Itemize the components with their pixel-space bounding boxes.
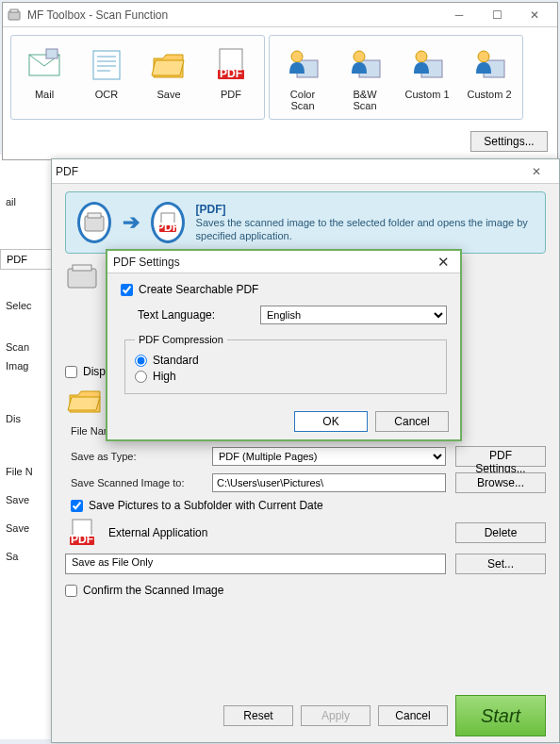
- start-button[interactable]: Start: [455, 695, 546, 736]
- ok-button[interactable]: OK: [294, 411, 368, 432]
- ext-app-label: External Application: [108, 526, 446, 539]
- arrow-icon: ➔: [123, 210, 140, 235]
- folder-icon: [65, 384, 105, 418]
- tool-label: OCR: [95, 89, 118, 100]
- text-language-select[interactable]: English: [260, 306, 447, 324]
- svg-point-17: [416, 51, 427, 62]
- svg-rect-4: [93, 51, 120, 79]
- pdf-app-icon: PDF: [65, 518, 99, 548]
- tool-custom2[interactable]: Custom 2: [462, 45, 517, 111]
- bg-label: Selec: [0, 296, 52, 315]
- bg-label: Save: [0, 490, 52, 509]
- ext-app-field[interactable]: Save as File Only: [65, 554, 446, 574]
- scanner-device-icon: [65, 261, 99, 291]
- minimize-button[interactable]: ─: [440, 4, 478, 26]
- pdf-doc-icon: PDF: [151, 202, 185, 243]
- banner-text: Saves the scanned image to the selected …: [196, 216, 534, 243]
- set-button[interactable]: Set...: [455, 554, 546, 574]
- compression-standard-radio[interactable]: [135, 355, 147, 367]
- bg-label: Scan: [0, 338, 52, 356]
- delete-button[interactable]: Delete: [455, 522, 546, 543]
- close-button[interactable]: ✕: [516, 4, 553, 26]
- save-to-label: Save Scanned Image to:: [71, 477, 203, 488]
- cancel-button[interactable]: Cancel: [375, 411, 449, 432]
- tool-group-output: Mail OCR Save PDF PDF: [10, 35, 265, 120]
- tool-label: Custom 1: [404, 89, 449, 100]
- close-button[interactable]: ✕: [518, 160, 555, 183]
- close-button[interactable]: ✕: [432, 254, 454, 271]
- svg-point-15: [354, 51, 365, 62]
- tool-color-scan[interactable]: Color Scan: [275, 45, 330, 111]
- bg-pdf-tab: PDF: [0, 249, 52, 270]
- browse-button[interactable]: Browse...: [455, 472, 546, 493]
- svg-rect-26: [73, 265, 91, 271]
- pdf-icon: PDF: [210, 45, 252, 83]
- mail-icon: [24, 45, 65, 83]
- save-as-type-label: Save as Type:: [71, 451, 203, 462]
- bg-label: Dis: [0, 409, 52, 428]
- svg-point-19: [478, 51, 489, 62]
- tool-ocr[interactable]: OCR: [79, 45, 134, 111]
- window-title: MF Toolbox - Scan Function: [27, 8, 440, 22]
- person-icon: [406, 45, 448, 83]
- apply-button[interactable]: Apply: [301, 705, 371, 726]
- svg-rect-21: [88, 213, 101, 218]
- tool-save[interactable]: Save: [141, 45, 196, 111]
- bg-label: Sa: [0, 547, 52, 566]
- pdf-window-title: PDF: [56, 165, 518, 178]
- pdf-settings-button[interactable]: PDF Settings...: [455, 446, 546, 467]
- svg-rect-1: [10, 9, 18, 12]
- pdf-settings-dialog: PDF Settings ✕ Create Searchable PDF Tex…: [106, 249, 462, 441]
- tool-label: B&W Scan: [353, 89, 376, 111]
- dialog-title: PDF Settings: [113, 256, 432, 269]
- tool-bw-scan[interactable]: B&W Scan: [338, 45, 392, 111]
- tool-custom1[interactable]: Custom 1: [400, 45, 454, 111]
- tool-mail[interactable]: Mail: [17, 45, 72, 111]
- banner-title: [PDF]: [196, 203, 226, 216]
- cancel-button[interactable]: Cancel: [378, 705, 448, 726]
- subfolder-checkbox[interactable]: [71, 500, 83, 512]
- maximize-button[interactable]: ☐: [478, 4, 516, 26]
- svg-rect-3: [46, 49, 58, 58]
- ocr-icon: [86, 45, 127, 83]
- bg-label: Imag: [0, 356, 52, 375]
- save-to-input[interactable]: [212, 473, 446, 492]
- compression-high-radio[interactable]: [135, 371, 147, 383]
- person-color-icon: [282, 45, 323, 83]
- toolbox-window: MF Toolbox - Scan Function ─ ☐ ✕ Mail OC…: [2, 2, 558, 160]
- pdf-banner: ➔ PDF [PDF] Saves the scanned image to t…: [65, 191, 546, 254]
- background-window: ail PDF Selec Scan Imag Dis File N Save …: [0, 155, 53, 739]
- bg-label: File N: [0, 462, 52, 481]
- scanner-icon: [77, 202, 111, 243]
- svg-point-13: [291, 51, 303, 62]
- pdf-window: PDF ✕ ➔ PDF [PDF] Saves the scanned imag…: [51, 158, 560, 743]
- save-as-type-select[interactable]: PDF (Multiple Pages): [212, 447, 446, 466]
- tool-label: PDF: [221, 89, 241, 100]
- subfolder-label: Save Pictures to a Subfolder with Curren…: [89, 499, 323, 512]
- searchable-pdf-label: Create Searchable PDF: [139, 283, 258, 296]
- tool-label: Mail: [35, 89, 54, 100]
- titlebar: MF Toolbox - Scan Function ─ ☐ ✕: [3, 3, 557, 27]
- app-icon: [7, 8, 22, 23]
- tool-pdf[interactable]: PDF PDF: [204, 45, 258, 111]
- reset-button[interactable]: Reset: [223, 705, 293, 726]
- compression-high-label: High: [153, 370, 176, 383]
- tool-label: Custom 2: [467, 89, 511, 100]
- confirm-image-checkbox[interactable]: [65, 585, 77, 597]
- display-driver-checkbox[interactable]: [65, 366, 77, 378]
- searchable-pdf-checkbox[interactable]: [121, 284, 133, 296]
- compression-group: PDF Compression Standard High: [124, 334, 447, 394]
- settings-button[interactable]: Settings...: [470, 131, 548, 152]
- svg-text:PDF: PDF: [156, 221, 179, 234]
- bg-label: Save: [0, 519, 52, 537]
- svg-rect-25: [68, 269, 96, 288]
- tool-group-scan: Color Scan B&W Scan Custom 1 Custom 2: [269, 35, 523, 120]
- confirm-image-label: Confirm the Scanned Image: [83, 584, 223, 597]
- tool-label: Save: [156, 89, 180, 100]
- bg-label: ail: [0, 192, 52, 211]
- folder-icon: [148, 45, 189, 83]
- tool-label: Color Scan: [290, 89, 315, 111]
- svg-text:PDF: PDF: [220, 67, 242, 80]
- svg-text:PDF: PDF: [71, 533, 93, 546]
- compression-standard-label: Standard: [153, 354, 199, 367]
